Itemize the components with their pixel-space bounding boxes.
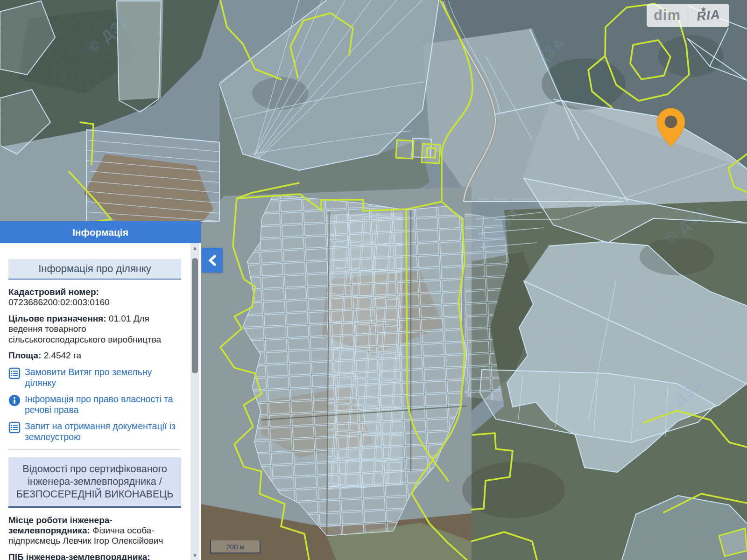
- documentation-request-link[interactable]: Запит на отримання документації із земле…: [8, 421, 181, 442]
- cadastral-number-field: Кадастровий номер: 0723686200:02:003:016…: [8, 287, 181, 308]
- cadastral-number-value: 0723686200:02:003:0160: [8, 297, 110, 307]
- ownership-info-link[interactable]: Інформація про право власності та речові…: [8, 394, 181, 415]
- order-extract-label: Замовити Витяг про земельну ділянку: [25, 367, 181, 388]
- purpose-label: Цільове призначення:: [8, 314, 106, 323]
- area-value: 2.4542 га: [44, 350, 81, 360]
- panel-divider: [8, 449, 181, 450]
- purpose-field: Цільове призначення: 01.01 Для ведення т…: [8, 314, 181, 345]
- panel-title-bar: Інформація: [0, 221, 201, 243]
- cadastral-map-screen: © ДЗА © ДЗА © ДЗА © ДЗА © ДЗА © ДЗА dim …: [0, 0, 747, 560]
- dim-ria-logo: dim ★ RIA: [647, 4, 729, 27]
- panel-scrollbar[interactable]: ▲ ▼: [190, 243, 199, 560]
- scale-bar-label: 200 м: [226, 543, 245, 551]
- ria-logo-text: ★ RIA: [688, 4, 729, 27]
- area-field: Площа: 2.4542 га: [8, 350, 181, 361]
- engineer-name-label: ПІБ інженера-землевпорядника:: [8, 552, 150, 560]
- area-label: Площа:: [8, 350, 41, 360]
- order-extract-link[interactable]: Замовити Витяг про земельну ділянку: [8, 367, 181, 388]
- dim-logo-text: dim: [647, 4, 688, 27]
- chevron-left-icon: [206, 252, 219, 268]
- executor-heading: Відомості про сертифікованого інженера-з…: [8, 457, 181, 508]
- panel-body: Інформація про ділянку Кадастровий номер…: [0, 243, 201, 560]
- map-scale-bar: 200 м: [210, 540, 261, 553]
- document-list-icon: [8, 421, 21, 434]
- info-circle-icon: [8, 394, 21, 406]
- documentation-request-label: Запит на отримання документації із земле…: [25, 421, 181, 442]
- ownership-info-label: Інформація про право власності та речові…: [25, 394, 181, 415]
- engineer-name-field: ПІБ інженера-землевпорядника: Левчик Іго…: [8, 552, 181, 560]
- scroll-down-arrow[interactable]: ▼: [190, 552, 199, 559]
- scroll-up-arrow[interactable]: ▲: [190, 244, 199, 252]
- panel-collapse-button[interactable]: [202, 248, 223, 273]
- cadastral-number-label: Кадастровий номер:: [8, 287, 99, 297]
- location-marker-icon[interactable]: [657, 108, 685, 147]
- document-list-icon: [8, 367, 21, 379]
- engineer-workplace-field: Місце роботи інженера-землевпорядника: Ф…: [8, 515, 181, 546]
- scrollbar-thumb[interactable]: [192, 258, 198, 373]
- section-title: Інформація про ділянку: [8, 259, 181, 280]
- info-panel: Інформація Інформація про ділянку Кадаст…: [0, 221, 201, 560]
- panel-title: Інформація: [72, 227, 128, 238]
